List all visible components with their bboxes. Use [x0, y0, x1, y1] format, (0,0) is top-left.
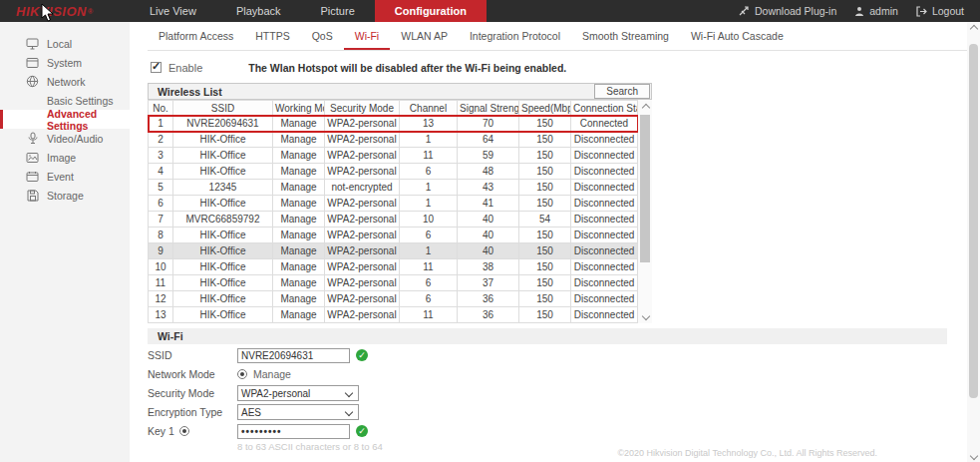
sidebar-item-event[interactable]: Event — [0, 167, 130, 186]
sidebar-item-network[interactable]: Network — [0, 72, 130, 91]
wireless-row-5[interactable]: 512345Managenot-encrypted143150Disconnec… — [149, 180, 638, 196]
enable-checkbox[interactable] — [151, 62, 162, 73]
tab-wi-fi-auto-cascade[interactable]: Wi-Fi Auto Cascade — [680, 22, 795, 50]
cell-connection-status[interactable]: Disconnected — [571, 243, 638, 259]
tab-smooth-streaming[interactable]: Smooth Streaming — [571, 22, 680, 50]
cell-speed-mbps[interactable]: 150 — [519, 259, 571, 275]
scroll-up-icon[interactable] — [967, 22, 980, 35]
cell-channel[interactable]: 6 — [400, 228, 458, 243]
encryption-type-select[interactable]: AES — [237, 404, 359, 420]
cell-working-mode[interactable]: Manage — [273, 116, 325, 132]
cell-ssid[interactable]: 12345 — [173, 180, 273, 196]
wireless-row-2[interactable]: 2HIK-OfficeManageWPA2-personal164150Disc… — [149, 132, 638, 148]
cell-security-mode[interactable]: WPA2-personal — [325, 275, 400, 291]
cell-no[interactable]: 8 — [149, 228, 173, 243]
cell-security-mode[interactable]: WPA2-personal — [325, 116, 400, 132]
cell-speed-mbps[interactable]: 150 — [519, 291, 571, 307]
cell-no[interactable]: 5 — [149, 180, 173, 196]
cell-working-mode[interactable]: Manage — [273, 132, 325, 148]
cell-security-mode[interactable]: WPA2-personal — [325, 132, 400, 148]
list-scroll-up-icon[interactable] — [638, 101, 653, 114]
wireless-row-12[interactable]: 12HIK-OfficeManageWPA2-personal636150Dis… — [149, 291, 638, 307]
cell-channel[interactable]: 10 — [400, 212, 458, 228]
cell-ssid[interactable]: HIK-Office — [173, 291, 273, 307]
cell-security-mode[interactable]: WPA2-personal — [325, 291, 400, 307]
cell-signal-strength[interactable]: 40 — [458, 228, 519, 243]
cell-signal-strength[interactable]: 36 — [458, 307, 519, 323]
cell-channel[interactable]: 1 — [400, 180, 458, 196]
cell-signal-strength[interactable]: 70 — [458, 116, 519, 132]
cell-speed-mbps[interactable]: 150 — [519, 116, 571, 132]
search-button[interactable]: Search — [594, 84, 650, 99]
cell-no[interactable]: 9 — [149, 243, 173, 259]
cell-ssid[interactable]: HIK-Office — [173, 148, 273, 164]
tab-integration-protocol[interactable]: Integration Protocol — [459, 22, 571, 50]
sidebar-item-video-audio[interactable]: Video/Audio — [0, 129, 130, 148]
sidebar-item-advanced-settings[interactable]: Advanced Settings — [0, 110, 130, 129]
nav-configuration[interactable]: Configuration — [375, 0, 487, 22]
cell-working-mode[interactable]: Manage — [273, 275, 325, 291]
logout-button[interactable]: Logout — [916, 5, 964, 17]
wireless-row-4[interactable]: 4HIK-OfficeManageWPA2-personal648150Disc… — [149, 164, 638, 180]
cell-no[interactable]: 11 — [149, 275, 173, 291]
sidebar-item-system[interactable]: System — [0, 53, 130, 72]
key1-password-input[interactable] — [237, 424, 350, 439]
cell-connection-status[interactable]: Disconnected — [571, 259, 638, 275]
security-mode-select[interactable]: WPA2-personal — [237, 385, 359, 401]
cell-security-mode[interactable]: WPA2-personal — [325, 259, 400, 275]
cell-speed-mbps[interactable]: 150 — [519, 196, 571, 212]
cell-signal-strength[interactable]: 37 — [458, 275, 519, 291]
cell-signal-strength[interactable]: 40 — [458, 212, 519, 228]
cell-security-mode[interactable]: not-encrypted — [325, 180, 400, 196]
cell-channel[interactable]: 6 — [400, 164, 458, 180]
cell-connection-status[interactable]: Disconnected — [571, 307, 638, 323]
cell-no[interactable]: 4 — [149, 164, 173, 180]
list-scrollbar-thumb[interactable] — [640, 115, 650, 262]
cell-channel[interactable]: 6 — [400, 275, 458, 291]
tab-https[interactable]: HTTPS — [244, 22, 300, 50]
cell-no[interactable]: 12 — [149, 291, 173, 307]
nav-picture[interactable]: Picture — [301, 0, 375, 22]
cell-security-mode[interactable]: WPA2-personal — [325, 228, 400, 243]
cell-security-mode[interactable]: WPA2-personal — [325, 212, 400, 228]
tab-wlan-ap[interactable]: WLAN AP — [390, 22, 459, 50]
wireless-row-6[interactable]: 6HIK-OfficeManageWPA2-personal141150Disc… — [149, 196, 638, 212]
cell-security-mode[interactable]: WPA2-personal — [325, 196, 400, 212]
cell-no[interactable]: 1 — [149, 116, 173, 132]
cell-speed-mbps[interactable]: 150 — [519, 132, 571, 148]
cell-security-mode[interactable]: WPA2-personal — [325, 164, 400, 180]
cell-connection-status[interactable]: Disconnected — [571, 275, 638, 291]
cell-connection-status[interactable]: Disconnected — [571, 164, 638, 180]
cell-ssid[interactable]: HIK-Office — [173, 259, 273, 275]
cell-no[interactable]: 7 — [149, 212, 173, 228]
cell-connection-status[interactable]: Connected — [571, 116, 638, 132]
cell-no[interactable]: 2 — [149, 132, 173, 148]
cell-ssid[interactable]: HIK-Office — [173, 132, 273, 148]
list-scroll-down-icon[interactable] — [638, 309, 653, 322]
sidebar-item-image[interactable]: Image — [0, 148, 130, 167]
tab-qos[interactable]: QoS — [301, 22, 344, 50]
cell-working-mode[interactable]: Manage — [273, 196, 325, 212]
cell-speed-mbps[interactable]: 150 — [519, 243, 571, 259]
cell-working-mode[interactable]: Manage — [273, 243, 325, 259]
wireless-row-1[interactable]: 1NVRE20694631ManageWPA2-personal1370150C… — [149, 116, 638, 132]
cell-speed-mbps[interactable]: 150 — [519, 180, 571, 196]
wireless-row-8[interactable]: 8HIK-OfficeManageWPA2-personal640150Disc… — [149, 228, 638, 243]
cell-ssid[interactable]: HIK-Office — [173, 243, 273, 259]
cell-ssid[interactable]: HIK-Office — [173, 164, 273, 180]
cell-no[interactable]: 3 — [149, 148, 173, 164]
cell-ssid[interactable]: HIK-Office — [173, 275, 273, 291]
cell-working-mode[interactable]: Manage — [273, 291, 325, 307]
cell-connection-status[interactable]: Disconnected — [571, 212, 638, 228]
nav-playback[interactable]: Playback — [216, 0, 301, 22]
wireless-row-9[interactable]: 9HIK-OfficeManageWPA2-personal140150Disc… — [149, 243, 638, 259]
wireless-row-7[interactable]: 7MVRC66859792ManageWPA2-personal104054Di… — [149, 212, 638, 228]
cell-no[interactable]: 10 — [149, 259, 173, 275]
cell-working-mode[interactable]: Manage — [273, 307, 325, 323]
wireless-row-3[interactable]: 3HIK-OfficeManageWPA2-personal1159150Dis… — [149, 148, 638, 164]
cell-working-mode[interactable]: Manage — [273, 180, 325, 196]
cell-security-mode[interactable]: WPA2-personal — [325, 148, 400, 164]
cell-ssid[interactable]: HIK-Office — [173, 196, 273, 212]
nav-live-view[interactable]: Live View — [130, 0, 216, 22]
cell-speed-mbps[interactable]: 150 — [519, 164, 571, 180]
